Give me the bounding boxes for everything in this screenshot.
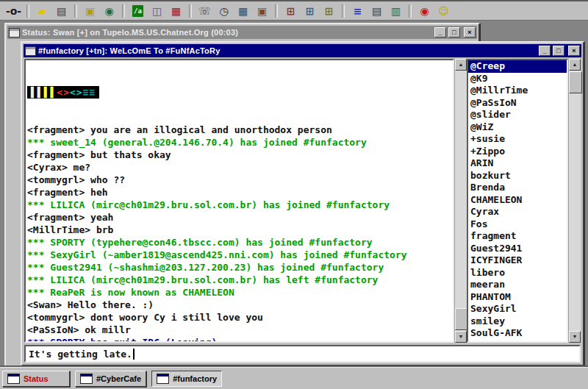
chat-message: *** sweet_14 (general.@204.146.70.4) has… bbox=[27, 136, 451, 149]
help-icon[interactable]: ◉ bbox=[415, 3, 434, 18]
chat-message: <MillrTime> brb bbox=[27, 224, 451, 236]
channel-window: #funfactory [+tn]: WeLcOmE To #FuNfAcToR… bbox=[21, 41, 584, 366]
nick-item[interactable]: PHANTOM bbox=[468, 291, 567, 304]
nick-item[interactable]: SoulG-AFK bbox=[468, 327, 567, 340]
nick-item[interactable]: @WiZ bbox=[468, 121, 567, 134]
nick-item[interactable]: @K9 bbox=[468, 73, 567, 85]
folder-icon[interactable]: ▰ bbox=[33, 3, 51, 18]
cascade-windows-icon[interactable]: ▤ bbox=[368, 3, 386, 18]
taskbar-buttons: Status#CyberCafe#funfactory bbox=[2, 371, 227, 387]
picture-window-icon[interactable]: ▥ bbox=[387, 3, 405, 18]
channel-maximize-button[interactable]: □ bbox=[553, 46, 564, 56]
taskbar-button-label: #CyberCafe bbox=[96, 374, 141, 383]
chat-scroll-down-icon[interactable]: ▼ bbox=[455, 331, 467, 343]
status-close-button[interactable]: × bbox=[464, 27, 476, 38]
urls-list-icon: ⊞ bbox=[306, 6, 315, 16]
urls-list-icon[interactable]: ⊞ bbox=[301, 3, 319, 18]
message-input[interactable]: It's getting late. bbox=[24, 345, 581, 363]
help-icon: ◉ bbox=[420, 6, 429, 16]
nick-item[interactable]: fragment bbox=[468, 230, 567, 243]
channel-titlebar[interactable]: #funfactory [+tn]: WeLcOmE To #FuNfAcToR… bbox=[24, 44, 581, 57]
nick-item[interactable]: @MillrTime bbox=[468, 85, 567, 97]
status-maximize-button[interactable]: □ bbox=[448, 27, 460, 38]
nick-item[interactable]: libero bbox=[468, 267, 567, 279]
nicklist-scrollbar[interactable]: ▲ ▼ bbox=[568, 59, 581, 343]
options-icon: ▤ bbox=[57, 6, 66, 16]
window-icon bbox=[7, 374, 20, 384]
chat-scroll-up-icon[interactable]: ▲ bbox=[455, 59, 467, 71]
notify-list-icon[interactable]: ⊞ bbox=[282, 3, 300, 18]
nick-item[interactable]: +susie bbox=[468, 133, 567, 146]
popups-editor-icon[interactable]: ◫ bbox=[148, 3, 166, 18]
aliases-editor-icon[interactable]: /a bbox=[129, 3, 147, 18]
channel-window-title: #funfactory [+tn]: WeLcOmE To #FuNfAcToR… bbox=[38, 46, 537, 55]
channel-close-button[interactable]: × bbox=[568, 46, 580, 56]
chat-message: <PaSsIoN> ok millr bbox=[27, 324, 451, 336]
colors-icon: ▦ bbox=[238, 6, 248, 16]
message-input-value: It's getting late. bbox=[29, 349, 132, 360]
nicklist[interactable]: @Creep@K9@MillrTime@PaSsIoN@slider@WiZ+s… bbox=[467, 59, 568, 343]
chat-message-area[interactable]: ▌▌▌▌<><>≡≡ <fragment> you are an illogic… bbox=[24, 59, 454, 343]
nicklist-scroll-down-icon[interactable]: ▼ bbox=[569, 331, 581, 343]
tile-windows-icon[interactable]: ≡ bbox=[348, 3, 367, 18]
globe-icon[interactable]: ◉ bbox=[100, 3, 118, 18]
options-icon[interactable]: ▤ bbox=[52, 3, 71, 18]
connect-icon: -o- bbox=[6, 6, 21, 16]
taskbar-button-funfactory[interactable]: #funfactory bbox=[151, 371, 222, 387]
chat-message: *** SexyGirl (~amber1819@ascend425.nni.c… bbox=[27, 249, 451, 261]
chat-message: <fragment> heh bbox=[27, 186, 451, 199]
chat-message: *** SPORTY has quit IRC (Leaving) bbox=[27, 336, 451, 343]
nicklist-scrollbar-thumb[interactable] bbox=[569, 71, 582, 93]
nick-item[interactable]: SexyGirl bbox=[468, 303, 567, 315]
nicklist-scroll-up-icon[interactable]: ▲ bbox=[569, 59, 581, 71]
chat-message: <tommygrl> dont woory Cy i still love yo… bbox=[27, 311, 451, 324]
chat-message: <tommygrl> who ?? bbox=[27, 174, 451, 186]
nick-item[interactable]: Cyrax bbox=[468, 206, 567, 218]
toolbar-separator bbox=[342, 4, 345, 18]
nick-item[interactable]: meeran bbox=[468, 279, 567, 291]
chat-message: <fragment> yeah bbox=[27, 211, 451, 224]
text-caret bbox=[133, 349, 135, 360]
nick-item[interactable]: ARIN bbox=[468, 157, 567, 170]
nick-item[interactable]: Fos bbox=[468, 218, 567, 231]
timer-icon[interactable]: ◷ bbox=[215, 3, 233, 18]
folder-icon: ▰ bbox=[38, 6, 46, 16]
nick-item[interactable]: @PaSsIoN bbox=[468, 97, 567, 110]
whistle-icon[interactable]: ☏ bbox=[196, 3, 214, 18]
status-minimize-button[interactable]: _ bbox=[434, 27, 446, 38]
status-titlebar[interactable]: Status: Swan [+] on Tupelo.MS.US.Chatnet… bbox=[7, 26, 477, 39]
nick-item[interactable]: @slider bbox=[468, 109, 567, 121]
banner-segment: <> bbox=[70, 87, 83, 98]
connect-icon[interactable]: -o- bbox=[4, 3, 23, 18]
send-package-icon[interactable]: ▣ bbox=[253, 3, 271, 18]
nick-item[interactable]: +Zippo bbox=[468, 146, 567, 158]
chat-message: *** ReaPeR is now known as CHAMELEON bbox=[27, 286, 451, 299]
mirc-guy-icon[interactable]: ☺ bbox=[434, 3, 453, 18]
nick-item[interactable]: smiley bbox=[468, 315, 567, 328]
banner-segment: <> bbox=[57, 87, 70, 98]
channel-minimize-button[interactable]: _ bbox=[539, 46, 551, 56]
nick-item[interactable]: Guest2941 bbox=[468, 243, 567, 255]
toolbar-separator bbox=[275, 4, 278, 18]
colors-icon[interactable]: ▦ bbox=[234, 3, 252, 18]
taskbar-button-status[interactable]: Status bbox=[2, 371, 70, 387]
notify-list-icon: ⊞ bbox=[287, 6, 295, 16]
channel-banner: ▌▌▌▌<><>≡≡ bbox=[27, 86, 451, 99]
toolbar-icons: -o-▰▤▣◉/a◫▦☏◷▦▣⊞⊞⊞≡▤▥◉☺ bbox=[4, 3, 453, 18]
window-icon bbox=[80, 374, 93, 384]
remote-editor-icon[interactable]: ▦ bbox=[167, 3, 185, 18]
address-book-icon[interactable]: ▣ bbox=[81, 3, 99, 18]
chat-message: <fragment> but thats okay bbox=[27, 149, 451, 161]
nick-item[interactable]: Brenda bbox=[468, 182, 567, 194]
tile-windows-icon: ≡ bbox=[354, 6, 362, 16]
mirc-guy-icon: ☺ bbox=[438, 6, 449, 16]
chat-message: <fragment> you are an illogical and unor… bbox=[27, 124, 451, 136]
nick-item[interactable]: ICYFINGER bbox=[468, 254, 567, 267]
chat-scrollbar[interactable]: ▲ ▼ bbox=[454, 59, 467, 343]
picture-window-icon: ▥ bbox=[391, 6, 401, 16]
taskbar-button-cybercafe[interactable]: #CyberCafe bbox=[75, 371, 146, 387]
nick-item[interactable]: @Creep bbox=[468, 60, 567, 73]
nick-item[interactable]: bozkurt bbox=[468, 170, 567, 182]
agenda-icon[interactable]: ⊞ bbox=[320, 3, 338, 18]
nick-item[interactable]: CHAMELEON bbox=[468, 194, 567, 207]
